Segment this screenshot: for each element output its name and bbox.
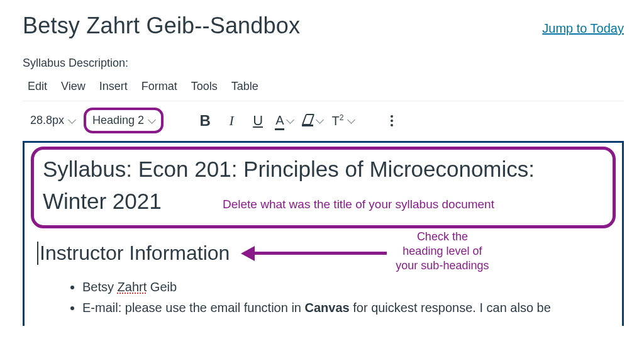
menu-format[interactable]: Format <box>142 80 177 93</box>
chevron-down-icon <box>148 116 156 124</box>
list-item[interactable]: E-mail: please use the email function in… <box>82 299 597 316</box>
bold-button[interactable]: B <box>196 112 214 130</box>
syllabus-title-line1: Syllabus: Econ 201: Principles of Microe… <box>43 153 604 186</box>
superscript-icon: T2 <box>331 113 343 128</box>
chevron-down-icon <box>68 116 76 124</box>
page-title: Betsy Zahrt Geib--Sandbox <box>23 13 300 39</box>
chevron-down-icon <box>287 116 295 124</box>
font-size-value: 28.8px <box>30 114 64 127</box>
syllabus-title-heading[interactable]: Syllabus: Econ 201: Principles of Microe… <box>31 147 616 228</box>
editor-content-area[interactable]: Syllabus: Econ 201: Principles of Microe… <box>23 141 624 326</box>
font-size-select[interactable]: 28.8px <box>30 114 75 127</box>
instructor-info-list[interactable]: Betsy Zahrt Geib E-mail: please use the … <box>57 279 597 316</box>
text-color-icon: A <box>275 113 284 128</box>
editor-toolbar: 28.8px Heading 2 B I U A T2 <box>23 101 624 140</box>
highlight-icon <box>302 115 313 126</box>
annotation-delete-title: Delete what was the title of your syllab… <box>223 198 494 211</box>
menu-edit[interactable]: Edit <box>28 80 47 93</box>
menu-tools[interactable]: Tools <box>191 80 218 93</box>
chevron-down-icon <box>348 116 356 124</box>
bold-text: Canvas <box>305 301 350 315</box>
annotation-check-heading: Check the heading level of your sub-head… <box>396 230 489 274</box>
editor-menu-bar: Edit View Insert Format Tools Table <box>23 77 624 101</box>
text-color-button[interactable]: A <box>275 113 293 128</box>
menu-view[interactable]: View <box>61 80 86 93</box>
arrow-left-icon <box>241 246 255 261</box>
highlight-color-button[interactable] <box>302 115 323 126</box>
chevron-down-icon <box>316 116 325 124</box>
menu-insert[interactable]: Insert <box>99 80 128 93</box>
arrow-line <box>255 252 387 255</box>
instructor-info-heading[interactable]: Instructor Information <box>37 242 230 265</box>
superscript-button[interactable]: T2 <box>331 113 354 128</box>
more-options-button[interactable] <box>387 113 397 129</box>
underline-button[interactable]: U <box>249 113 267 129</box>
heading-level-select[interactable]: Heading 2 <box>84 108 164 133</box>
menu-table[interactable]: Table <box>231 80 258 93</box>
syllabus-description-label: Syllabus Description: <box>23 57 624 70</box>
annotation-arrow: Check the heading level of your sub-head… <box>241 233 612 274</box>
jump-to-today-link[interactable]: Jump to Today <box>542 21 624 36</box>
spelling-error: Zahrt <box>118 280 147 294</box>
italic-button[interactable]: I <box>223 113 240 129</box>
list-item[interactable]: Betsy Zahrt Geib <box>82 279 597 296</box>
heading-level-value: Heading 2 <box>92 114 144 127</box>
